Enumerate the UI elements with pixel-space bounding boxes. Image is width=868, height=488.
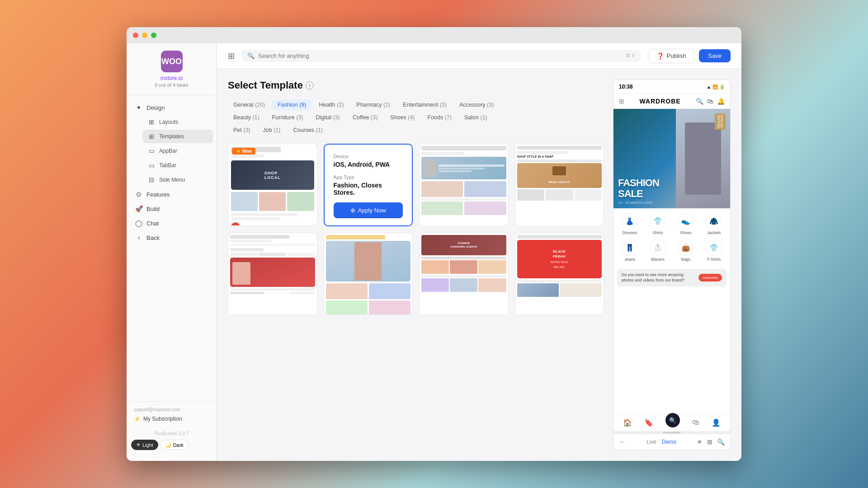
close-dot[interactable] [133, 33, 138, 38]
preview-back-button[interactable]: ← [619, 438, 626, 446]
preview-brightness-icon[interactable]: ☀ [697, 438, 703, 446]
template-card-mstore2[interactable] [324, 233, 413, 315]
tab-foods[interactable]: Foods (7) [422, 112, 458, 123]
tabbar-icon: ▭ [147, 162, 156, 169]
device-label: Device [334, 154, 403, 159]
nav-search-fab[interactable]: 🔍 [665, 413, 680, 427]
tab-shoes[interactable]: Shoes (4) [385, 112, 420, 123]
search-container: 🔍 ⌘ F [242, 50, 641, 62]
sidebar-label-appbar: AppBar [159, 148, 177, 154]
apply-label: Apply Now [358, 207, 386, 214]
dark-theme-button[interactable]: 🌙 Dark [160, 440, 189, 450]
preview-time: 10:38 [619, 84, 633, 90]
sidebar-item-design[interactable]: ✦ Design [130, 101, 213, 114]
sidebar-item-appbar[interactable]: ▭ AppBar [143, 144, 213, 158]
topbar: ⊞ 🔍 ⌘ F ❓ Publish Save [217, 43, 741, 69]
device-value: iOS, Android, PWA [334, 161, 403, 168]
sidebar-label-layouts: Layouts [159, 119, 178, 125]
template-card-fashion1[interactable] [419, 144, 509, 226]
template-card-blackfriday[interactable]: BLACKFRIDAYEXTRA SALEBIG OFF [515, 233, 604, 315]
search-shortcut: ⌘ F [626, 53, 635, 59]
template-card-shopsnap[interactable]: SHOP STYLE IN A SNAP MAKE YOUR FIT [515, 144, 604, 226]
search-input[interactable] [258, 52, 622, 59]
subscription-label: My Subscription [143, 416, 182, 422]
tab-beauty[interactable]: Beauty (1) [228, 112, 265, 123]
publish-button[interactable]: ❓ Publish [648, 49, 695, 63]
sidebar-item-templates[interactable]: ⊞ Templates [143, 130, 213, 143]
tab-courses[interactable]: Courses (1) [288, 125, 328, 136]
template-card-changingalways[interactable]: FASHIONCHANGING ALWAYS [419, 233, 509, 315]
sidebar-item-build[interactable]: 🚀 Build [130, 202, 213, 216]
page-title-text: Select Template [228, 80, 303, 91]
blazers-label: Blazers [651, 257, 665, 262]
device-section: Device iOS, Android, PWA App Type Fashio… [334, 154, 403, 202]
subscribe-button[interactable]: Subscribe [698, 274, 722, 282]
shirts-icon: 👕 [650, 213, 666, 229]
minimize-dot[interactable] [142, 33, 147, 38]
tab-coffee[interactable]: Coffee (3) [347, 112, 383, 123]
tab-accessory[interactable]: Accessory (3) [454, 99, 499, 110]
appbar-icon: ▭ [147, 147, 156, 155]
template-card-shoplocal[interactable]: ⚡ New SHOPLOCAL [228, 144, 317, 226]
tab-general[interactable]: General (20) [228, 99, 270, 110]
tab-pharmacy[interactable]: Pharmacy (2) [351, 99, 396, 110]
preview-panel-bottom: ← Live Demo ☀ ⊞ 🔍 [613, 434, 730, 450]
preview-grid-icon[interactable]: ⊞ [707, 438, 712, 446]
maximize-dot[interactable] [151, 33, 156, 38]
tab-job[interactable]: Job (1) [258, 125, 286, 136]
tab-furniture[interactable]: Furniture (3) [267, 112, 309, 123]
sidebar-item-features[interactable]: ⊙ Features [130, 188, 213, 201]
sidebar-item-chat[interactable]: ◯ Chat [130, 216, 213, 230]
sidebar-nav: ✦ Design ⊞ Layouts ⊞ Templates ▭ App [127, 95, 217, 401]
template-preview-bestfashion [228, 233, 317, 314]
sidebar-item-tabbar[interactable]: ▭ TabBar [143, 159, 213, 172]
sidebar-label-features: Features [146, 191, 170, 198]
support-email: support@inspireui.com [134, 407, 209, 412]
light-theme-button[interactable]: ☀ Light [131, 440, 158, 450]
nav-bookmark-icon[interactable]: 🔖 [644, 418, 653, 427]
live-label[interactable]: Live [646, 439, 656, 445]
sun-icon: ☀ [136, 442, 141, 448]
tab-entertainment[interactable]: Entertainment (3) [397, 99, 452, 110]
sidebar-label-design: Design [146, 104, 165, 111]
tab-pet[interactable]: Pet (3) [228, 125, 256, 136]
task-count: 0 out of 4 tasks [155, 82, 189, 88]
grid-menu-icon[interactable]: ⊞ [228, 51, 235, 61]
demo-label[interactable]: Demo [662, 439, 676, 445]
nav-home-icon[interactable]: 🏠 [623, 418, 632, 427]
preview-categories-1: 👗 Dresses 👕 Shirts 👟 Shoes 🧥 [613, 208, 730, 239]
layouts-icon: ⊞ [147, 118, 156, 126]
new-label: New [242, 149, 252, 154]
dresses-label: Dresses [622, 230, 637, 235]
battery-icon: 🔋 [719, 84, 725, 89]
subscription-link[interactable]: ⚡ My Subscription [134, 416, 209, 422]
preview-cat-tshirts: 👕 T-Shirts [701, 239, 726, 262]
apply-now-button[interactable]: ⊕ Apply Now [334, 202, 403, 218]
preview-store-name: WARDROBE [639, 98, 680, 105]
tab-salon[interactable]: Salon (1) [459, 112, 493, 123]
template-card-bestfashion[interactable] [228, 233, 317, 315]
nav-cart-icon[interactable]: 🛍 [692, 418, 699, 427]
tab-digital[interactable]: Digital (3) [310, 112, 345, 123]
new-badge: ⚡ New [232, 148, 255, 155]
sidebar-item-back[interactable]: ‹ Back [130, 231, 213, 244]
sidebar-sub-design: ⊞ Layouts ⊞ Templates ▭ AppBar ▭ TabBar [130, 115, 213, 187]
preview-bell-icon: 🔔 [717, 98, 725, 105]
sidebar-item-layouts[interactable]: ⊞ Layouts [143, 115, 213, 129]
preview-hero-text: FASHIONSALE [618, 178, 659, 199]
template-preview-shopsnap: SHOP STYLE IN A SNAP MAKE YOUR FIT [515, 144, 604, 225]
preview-zoom-icon[interactable]: 🔍 [717, 438, 725, 446]
tab-fashion[interactable]: Fashion (9) [272, 99, 311, 110]
tab-health[interactable]: Health (2) [313, 99, 349, 110]
save-button[interactable]: Save [699, 49, 731, 62]
sidebar-item-sidemenu[interactable]: ⊟ Side Menu [143, 173, 213, 187]
shoes-label: Shoes [680, 230, 692, 235]
sidebar-logo: WOO mstore.io 0 out of 4 tasks [127, 51, 217, 95]
preview-bottom-icons: ☀ ⊞ 🔍 [697, 438, 725, 446]
template-card-info[interactable]: Device iOS, Android, PWA App Type Fashio… [324, 144, 413, 226]
nav-profile-icon[interactable]: 👤 [712, 418, 721, 427]
preview-store-header: ⊞ WARDROBE 🔍 🛍 🔔 [613, 94, 730, 109]
design-icon: ✦ [135, 104, 143, 111]
titlebar [127, 27, 741, 43]
bags-icon: 👜 [678, 239, 694, 256]
